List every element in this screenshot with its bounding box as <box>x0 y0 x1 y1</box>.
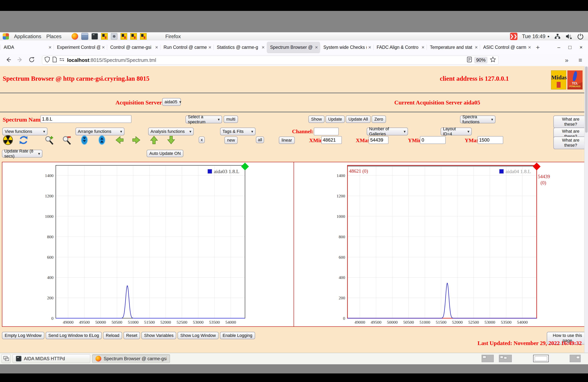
shield-icon[interactable] <box>44 56 50 64</box>
tab-close-icon[interactable]: × <box>102 44 105 50</box>
tab-close-icon[interactable]: × <box>475 44 478 50</box>
clock[interactable]: Tue 16:49 <box>522 33 546 40</box>
tab-system-wide-checks[interactable]: System wide Checks (× <box>320 42 373 53</box>
show-log-window-button[interactable]: Show Log Window <box>178 332 218 339</box>
midas-icon[interactable] <box>130 33 137 40</box>
tab-temperature-and-stat[interactable]: Temperature and stat× <box>427 42 480 53</box>
arrow-down-icon[interactable] <box>166 135 176 145</box>
reload-icon[interactable] <box>28 56 35 64</box>
tab-statistics-carme-g[interactable]: Statistics @ carme-g× <box>214 42 267 53</box>
firefox-icon[interactable] <box>72 33 78 40</box>
tab-control-carme-gsi[interactable]: Control @ carme-gsi× <box>107 42 160 53</box>
back-icon[interactable] <box>5 56 12 64</box>
acquisition-server-select[interactable]: aida05▾ <box>162 98 181 106</box>
network-icon[interactable] <box>554 33 561 40</box>
zoom-level-badge[interactable]: 90% <box>474 57 487 64</box>
analysis-functions-dropdown[interactable]: Analysis functions▾ <box>148 127 194 135</box>
tab-run-control-carme[interactable]: Run Control @ carme× <box>160 42 213 53</box>
maximize-button[interactable]: □ <box>568 44 571 50</box>
bookmark-star-icon[interactable] <box>490 56 496 64</box>
taskbar-item-spectrum-browser-c[interactable]: Spectrum Browser @ carme-gsi — ... <box>92 354 170 363</box>
view-functions-dropdown[interactable]: View functions▾ <box>2 127 47 135</box>
tab-close-icon[interactable]: × <box>528 44 531 50</box>
xmax-input[interactable] <box>369 136 388 144</box>
auto-update-button[interactable]: Auto Update ON <box>147 150 183 157</box>
screen-recorder-icon[interactable]: ❯❯ <box>510 33 517 40</box>
update-button[interactable]: Update <box>326 116 345 123</box>
tab-experiment-control[interactable]: Experiment Control @× <box>54 42 107 53</box>
volume-muted-icon[interactable] <box>566 33 572 40</box>
taskbar-item-aida-midas-httpd[interactable]: AIDA MIDAS HTTPd <box>12 354 90 363</box>
workspace-4[interactable] <box>570 355 581 362</box>
show-desktop-button[interactable] <box>1 354 10 363</box>
overflow-chevrons-icon[interactable]: » <box>565 57 568 64</box>
linear-button[interactable]: linear <box>279 137 295 144</box>
terminal-icon[interactable] <box>91 33 98 40</box>
tags-fits-dropdown[interactable]: Tags & Fits▾ <box>220 127 255 135</box>
arrow-right-icon[interactable] <box>131 135 142 145</box>
show-button[interactable]: Show <box>308 116 325 123</box>
menu-places[interactable]: Places <box>46 33 62 40</box>
spectrum-name-input[interactable] <box>41 115 131 123</box>
empty-log-window-button[interactable]: Empty Log Window <box>2 332 44 339</box>
url-text[interactable]: localhost:8015/Spectrum/Spectrum.tml <box>67 57 156 63</box>
screenshot-icon[interactable] <box>111 33 117 40</box>
midas-icon[interactable] <box>121 33 127 40</box>
zoom-out-icon[interactable] <box>62 135 72 145</box>
refresh-icon[interactable] <box>19 135 29 145</box>
tab-close-icon[interactable]: × <box>262 44 265 50</box>
enable-logging-button[interactable]: Enable Logging <box>220 332 255 339</box>
what-are-these-button-1[interactable]: What are these? <box>553 116 588 128</box>
select-spectrum-dropdown[interactable]: Select a spectrum▾ <box>186 116 222 123</box>
tab-close-icon[interactable]: × <box>368 44 371 50</box>
expand-vertical-icon[interactable] <box>97 135 107 145</box>
arrange-functions-dropdown[interactable]: Arrange functions▾ <box>75 127 125 135</box>
ymax-input[interactable] <box>478 136 503 144</box>
layout-dropdown[interactable]: Layout ID=4▾ <box>441 127 472 135</box>
workspace-1[interactable] <box>482 355 494 362</box>
tab-spectrum-browser[interactable]: Spectrum Browser @× <box>267 42 320 53</box>
ymin-input[interactable] <box>420 136 446 144</box>
tab-close-icon[interactable]: × <box>155 44 158 50</box>
distro-logo-icon[interactable] <box>3 33 9 40</box>
tab-close-icon[interactable]: × <box>421 44 424 50</box>
midas-icon[interactable] <box>140 33 147 40</box>
galleries-dropdown[interactable]: Number of Galleries▾ <box>367 127 408 135</box>
workspace-3[interactable] <box>533 355 549 362</box>
reset-button[interactable]: Reset <box>124 332 140 339</box>
all-button[interactable]: all <box>256 137 264 143</box>
zoom-in-icon[interactable] <box>44 135 54 145</box>
new-tab-button[interactable]: + <box>536 43 540 51</box>
tab-close-icon[interactable]: × <box>49 44 52 50</box>
tab-fadc-align-contro[interactable]: FADC Align & Contro× <box>374 42 426 53</box>
arrow-up-icon[interactable] <box>149 135 159 145</box>
site-permissions-icon[interactable] <box>59 57 64 63</box>
update-rate-dropdown[interactable]: Update Rate (8 secs)▾ <box>2 150 42 158</box>
hamburger-menu-icon[interactable]: ≡ <box>578 57 582 64</box>
reader-view-icon[interactable] <box>467 57 472 64</box>
forward-icon[interactable] <box>17 56 23 64</box>
page-info-icon[interactable] <box>52 57 57 64</box>
xmin-input[interactable] <box>321 136 342 144</box>
compress-vertical-icon[interactable] <box>79 135 89 145</box>
url-bar[interactable]: localhost:8015/Spectrum/Spectrum.tml 90% <box>42 56 499 64</box>
close-button[interactable]: × <box>580 44 583 50</box>
send-log-window-to-elog-button[interactable]: Send Log Window to ELog <box>46 332 102 339</box>
arrow-left-icon[interactable] <box>114 135 125 145</box>
tab-asic-control-carm[interactable]: ASIC Control @ carm× <box>480 42 533 53</box>
spectra-functions-dropdown[interactable]: Spectra functions▾ <box>460 116 495 123</box>
tab-close-icon[interactable]: × <box>315 44 318 50</box>
reload-button[interactable]: Reload <box>103 332 122 339</box>
files-icon[interactable] <box>81 33 88 40</box>
minimize-button[interactable]: – <box>557 44 560 50</box>
update-all-button[interactable]: Update All <box>346 116 371 123</box>
spectrum-panel-1[interactable]: 4900049500500005050051000515005200052500… <box>2 162 294 326</box>
workspace-2[interactable] <box>499 355 512 362</box>
tab-close-icon[interactable]: × <box>209 44 211 50</box>
new-button[interactable]: new <box>224 137 238 144</box>
page-scrollbar[interactable] <box>584 66 588 353</box>
radiation-icon[interactable] <box>3 135 13 145</box>
x-button[interactable]: x <box>199 137 205 143</box>
menu-applications[interactable]: Applications <box>14 33 41 40</box>
spectrum-panel-2[interactable]: 4900049500500005050051000515005200052500… <box>294 162 585 326</box>
